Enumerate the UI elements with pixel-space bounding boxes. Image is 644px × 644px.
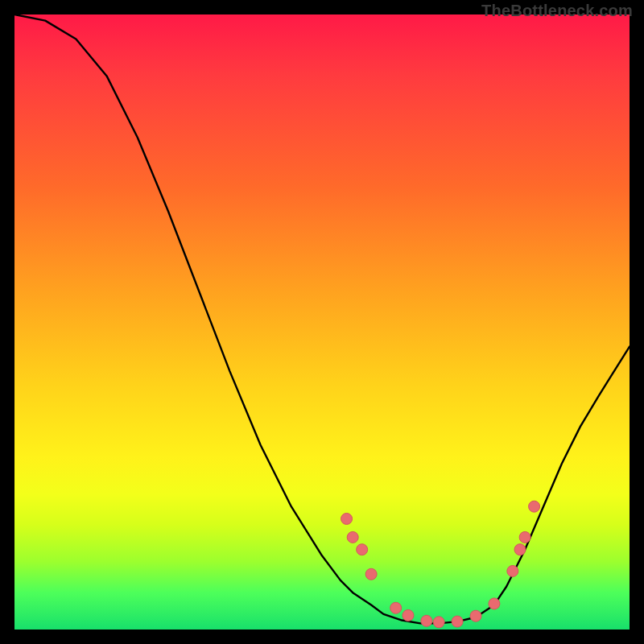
curve-marker (470, 610, 481, 621)
curve-marker (421, 615, 432, 626)
curve-marker (365, 568, 377, 580)
curve-marker (347, 531, 358, 543)
curve-marker (507, 565, 518, 576)
curve-marker (402, 609, 414, 621)
curve-marker (357, 544, 368, 555)
curve-marker (452, 616, 463, 627)
curve-marker (390, 602, 402, 613)
chart-frame: TheBottleneck.com (0, 0, 644, 644)
curve-marker (529, 501, 540, 512)
curve-marker (514, 544, 526, 555)
curve-marker (341, 513, 353, 524)
curve-marker (489, 598, 500, 609)
bottleneck-curve (14, 14, 630, 630)
plot-area (14, 14, 630, 630)
curve-marker (519, 531, 530, 543)
curve-marker (433, 617, 444, 628)
